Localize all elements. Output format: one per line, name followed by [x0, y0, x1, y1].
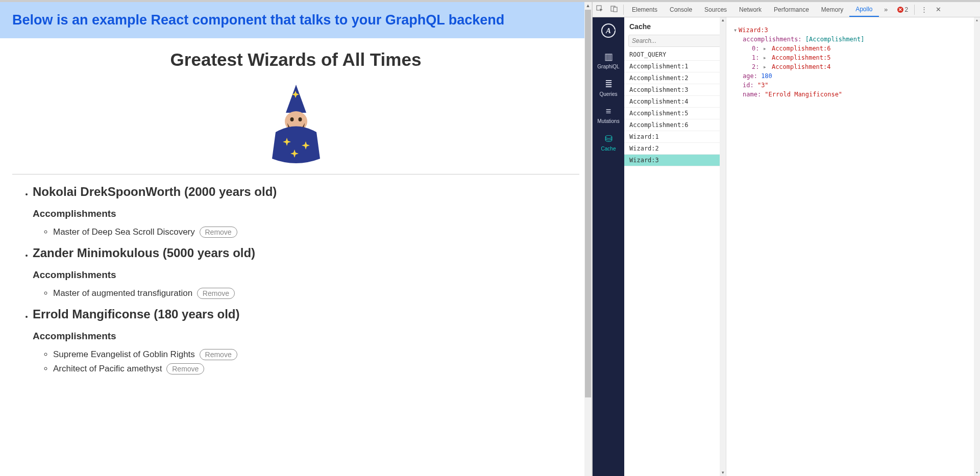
accomplishment-item: Supreme Evangelist of Goblin Rights Remo…	[53, 349, 579, 360]
tree-accomplishments[interactable]: accomplishments: [Accomplishment]	[733, 35, 970, 44]
scroll-up-icon[interactable]: ▲	[586, 2, 591, 9]
cache-header: Cache	[624, 17, 726, 35]
example-banner: Below is an example React component that…	[0, 2, 592, 38]
separator	[914, 5, 915, 15]
accomplishments-header: Accomplishments	[33, 331, 579, 342]
apollo-logo-icon: A	[601, 23, 616, 38]
scroll-down-icon[interactable]: ▾	[975, 470, 978, 476]
remove-button[interactable]: Remove	[166, 363, 204, 374]
remove-button[interactable]: Remove	[200, 349, 237, 360]
page-title: Greatest Wizards of All Times	[12, 49, 579, 70]
devtools-tab-console[interactable]: Console	[664, 2, 698, 17]
devtools-panel: ElementsConsoleSourcesNetworkPerformance…	[592, 2, 980, 476]
remove-button[interactable]: Remove	[200, 227, 237, 238]
devtools-tab-network[interactable]: Network	[733, 2, 768, 17]
cache-item[interactable]: Wizard:2	[624, 143, 726, 155]
scroll-down-icon[interactable]: ▾	[722, 470, 724, 476]
tree-age[interactable]: age: 180	[733, 71, 970, 81]
apollo-nav-label: Queries	[599, 91, 617, 97]
device-toolbar-icon[interactable]	[607, 5, 621, 14]
tree-id[interactable]: id: "3"	[733, 81, 970, 90]
accomplishment-item: Architect of Pacific amethyst Remove	[53, 363, 579, 374]
scroll-thumb[interactable]	[585, 10, 591, 397]
inspect-element-icon[interactable]	[593, 5, 607, 14]
error-badge[interactable]: ✕ 2	[897, 6, 909, 13]
devtools-tab-performance[interactable]: Performance	[768, 2, 815, 17]
cache-detail-column: ▾Wizard:3accomplishments: [Accomplishmen…	[726, 17, 980, 476]
error-count: 2	[905, 6, 909, 13]
accomplishment-item: Master of augmented transfiguration Remo…	[53, 288, 579, 299]
error-icon: ✕	[897, 7, 903, 13]
wizards-list: Nokolai DrekSpoonWorth (2000 years old)A…	[12, 185, 579, 374]
apollo-nav-mutations[interactable]: ≡Mutations	[593, 102, 624, 127]
devtools-tab-elements[interactable]: Elements	[626, 2, 664, 17]
app-scrollbar[interactable]: ▲	[584, 2, 592, 476]
wizard-illustration	[12, 82, 579, 164]
svg-point-3	[298, 117, 302, 121]
queries-icon: ≣	[593, 79, 624, 90]
remove-button[interactable]: Remove	[197, 288, 235, 299]
divider	[12, 174, 579, 174]
kebab-menu-icon[interactable]: ⋮	[917, 6, 931, 13]
cache-list: ROOT_QUERYAccomplishment:1Accomplishment…	[624, 49, 726, 476]
apollo-sidebar: A ▥GraphiQL≣Queries≡Mutations⛁Cache	[593, 17, 624, 476]
wizard-item: Nokolai DrekSpoonWorth (2000 years old)A…	[33, 185, 579, 238]
apollo-nav-label: Mutations	[597, 118, 619, 124]
cache-item[interactable]: Wizard:3	[624, 155, 726, 166]
accomplishment-item: Master of Deep Sea Scroll Discovery Remo…	[53, 227, 579, 238]
accomplishment-list: Supreme Evangelist of Goblin Rights Remo…	[33, 349, 579, 374]
cache-item[interactable]: Accomplishment:1	[624, 61, 726, 72]
cache-item[interactable]: ROOT_QUERY	[624, 49, 726, 61]
apollo-nav-graphiql[interactable]: ▥GraphiQL	[593, 47, 624, 72]
devtools-tab-apollo[interactable]: Apollo	[849, 2, 878, 17]
accomplishments-header: Accomplishments	[33, 208, 579, 219]
apollo-nav-label: GraphiQL	[597, 64, 619, 69]
apollo-nav-label: Cache	[601, 146, 616, 152]
wizard-heading: Errold Mangificonse (180 years old)	[33, 307, 579, 321]
devtools-tab-memory[interactable]: Memory	[815, 2, 849, 17]
cache-item[interactable]: Accomplishment:4	[624, 96, 726, 108]
mutations-icon: ≡	[593, 106, 624, 117]
apollo-nav-queries[interactable]: ≣Queries	[593, 74, 624, 100]
tree-root[interactable]: ▾Wizard:3	[733, 26, 970, 35]
accomplishments-header: Accomplishments	[33, 269, 579, 281]
svg-rect-9	[614, 7, 617, 12]
tree-accomplishment-ref[interactable]: 0: ▸ Accomplishment:6	[733, 44, 970, 53]
more-tabs-icon[interactable]: »	[879, 6, 893, 13]
accomplishment-text: Master of augmented transfiguration	[53, 288, 195, 298]
separator	[623, 5, 624, 15]
cache-item[interactable]: Accomplishment:6	[624, 119, 726, 131]
wizard-heading: Nokolai DrekSpoonWorth (2000 years old)	[33, 185, 579, 199]
cache-search-input[interactable]	[628, 35, 722, 47]
cache-column: Cache ROOT_QUERYAccomplishment:1Accompli…	[624, 17, 726, 476]
devtools-tabbar: ElementsConsoleSourcesNetworkPerformance…	[593, 2, 980, 17]
cache-item[interactable]: Wizard:1	[624, 131, 726, 143]
tree-accomplishment-ref[interactable]: 2: ▸ Accomplishment:4	[733, 62, 970, 71]
accomplishment-list: Master of augmented transfiguration Remo…	[33, 288, 579, 299]
app-pane: Below is an example React component that…	[0, 2, 592, 476]
caret-right-icon: ▸	[763, 62, 768, 71]
accomplishment-text: Master of Deep Sea Scroll Discovery	[53, 227, 198, 237]
caret-right-icon: ▸	[763, 44, 768, 53]
close-devtools-icon[interactable]: ✕	[931, 6, 945, 13]
caret-down-icon: ▾	[733, 26, 739, 35]
apollo-nav-cache[interactable]: ⛁Cache	[593, 129, 624, 155]
graphiql-icon: ▥	[593, 51, 624, 62]
scroll-up-icon[interactable]: ▴	[975, 17, 978, 23]
wizard-heading: Zander Minimokulous (5000 years old)	[33, 246, 579, 260]
tree-name[interactable]: name: "Errold Mangificonse"	[733, 90, 970, 99]
cache-item[interactable]: Accomplishment:2	[624, 72, 726, 84]
tree-accomplishment-ref[interactable]: 1: ▸ Accomplishment:5	[733, 53, 970, 62]
devtools-tab-sources[interactable]: Sources	[698, 2, 733, 17]
accomplishment-list: Master of Deep Sea Scroll Discovery Remo…	[33, 227, 579, 238]
cache-icon: ⛁	[593, 133, 624, 144]
cache-item[interactable]: Accomplishment:3	[624, 84, 726, 96]
wizard-item: Zander Minimokulous (5000 years old)Acco…	[33, 246, 579, 299]
svg-point-2	[290, 117, 293, 121]
wizard-item: Errold Mangificonse (180 years old)Accom…	[33, 307, 579, 374]
accomplishment-text: Architect of Pacific amethyst	[53, 364, 164, 373]
cache-scrollbar[interactable]: ▴ ▾	[720, 17, 726, 476]
cache-item[interactable]: Accomplishment:5	[624, 108, 726, 119]
scroll-up-icon[interactable]: ▴	[722, 17, 724, 23]
detail-scrollbar[interactable]: ▴ ▾	[974, 17, 980, 476]
